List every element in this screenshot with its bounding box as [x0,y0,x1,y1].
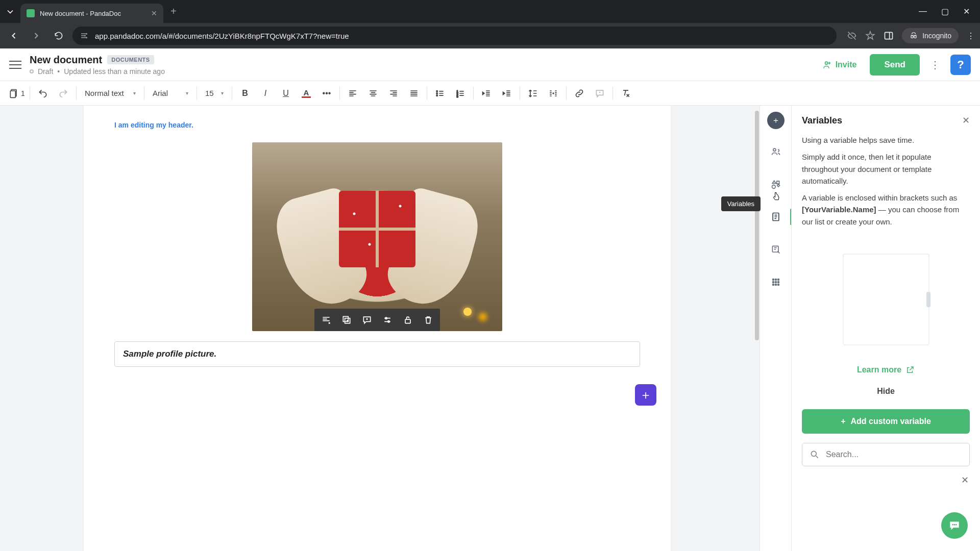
numbered-list-button[interactable]: 123 [451,84,470,103]
image-delete-button[interactable] [419,311,438,329]
image-comment-button[interactable] [357,311,377,329]
reload-button[interactable] [50,27,67,44]
image-align-button[interactable] [316,311,336,329]
document-header-text[interactable]: I am editing my header. [114,121,640,129]
close-tab-icon[interactable]: ✕ [151,9,157,17]
rail-recipients-button[interactable] [766,141,786,162]
chat-icon [948,519,961,532]
svg-point-26 [777,282,779,283]
rail-content-button[interactable] [766,174,786,194]
dismiss-tip-icon[interactable]: ✕ [961,474,969,486]
pandadoc-favicon-icon [27,9,35,17]
line-spacing-button[interactable] [523,84,543,103]
incognito-badge[interactable]: Incognito [902,28,959,43]
variables-search-input[interactable] [826,450,962,459]
underline-button[interactable]: U [276,84,296,103]
font-family-select[interactable]: Arial [148,84,193,103]
maximize-window-icon[interactable]: ▢ [941,7,949,16]
page-count: 1 [21,89,25,97]
clear-formatting-button[interactable] [616,84,635,103]
align-justify-button[interactable] [404,84,424,103]
svg-point-16 [388,321,389,322]
add-block-fab[interactable]: ＋ [635,384,656,406]
align-right-button[interactable] [384,84,403,103]
browser-tab[interactable]: New document - PandaDoc ✕ [20,4,163,23]
canvas-scrollbar[interactable] [754,106,760,551]
svg-point-25 [775,282,776,283]
menu-button[interactable] [9,61,21,69]
align-justify-icon [409,88,419,98]
more-menu-button[interactable]: ⋮ [925,55,945,75]
bold-button[interactable]: B [235,84,255,103]
send-button[interactable]: Send [870,54,920,76]
redo-button[interactable] [54,84,73,103]
rail-design-button[interactable] [766,239,786,260]
reload-icon [54,31,64,41]
hide-panel-link[interactable]: Hide [877,387,895,395]
svg-point-27 [772,284,774,286]
svg-rect-6 [10,91,15,97]
align-right-icon [388,88,399,98]
scrollbar-thumb[interactable] [755,111,759,340]
add-custom-variable-button[interactable]: + Add custom variable [802,409,970,434]
address-bar[interactable]: app.pandadoc.com/a/#/documents/2UzYiBKr8… [72,27,837,45]
close-window-icon[interactable]: ✕ [963,7,970,16]
link-icon [574,88,584,98]
image-settings-button[interactable] [378,311,397,329]
page-icon [9,88,19,98]
pages-button[interactable]: 1 [7,84,27,103]
bookmark-icon[interactable] [865,31,875,41]
align-center-button[interactable] [363,84,383,103]
people-icon [771,146,781,157]
text-style-select[interactable]: Normal text [80,84,141,103]
invite-button[interactable]: Invite [813,55,865,75]
image-lock-button[interactable] [398,311,418,329]
caption-field[interactable]: Sample profile picture. [114,341,640,367]
undo-button[interactable] [33,84,53,103]
align-left-icon [348,88,358,98]
svg-point-32 [954,524,955,525]
italic-button[interactable]: I [256,84,275,103]
hide-preview-icon[interactable] [847,31,857,41]
new-tab-button[interactable]: + [163,6,184,17]
variables-search[interactable] [802,443,970,466]
document-canvas[interactable]: I am editing my header. Sample pro [0,106,754,551]
document-title[interactable]: New document [30,54,102,66]
image-duplicate-button[interactable] [337,311,356,329]
svg-point-9 [436,94,438,96]
chat-fab[interactable] [941,512,968,539]
sliders-icon [382,315,393,325]
rail-add-button[interactable]: ＋ [767,112,785,129]
variables-panel: Variables ✕ Using a variable helps save … [791,106,980,551]
add-comment-icon [362,315,372,325]
status-separator: • [57,67,60,76]
column-spacing-button[interactable] [544,84,563,103]
close-panel-button[interactable]: ✕ [962,115,970,126]
more-formatting-button[interactable]: ••• [317,84,336,103]
comment-button[interactable] [590,84,609,103]
rail-apps-button[interactable] [766,272,786,292]
help-button[interactable]: ? [950,55,971,75]
document-image-block[interactable] [252,142,502,331]
outdent-button[interactable] [477,84,496,103]
browser-menu-icon[interactable]: ⋮ [967,31,975,41]
tab-search-dropdown[interactable] [0,0,20,23]
align-left-button[interactable] [343,84,362,103]
minimize-window-icon[interactable]: — [919,7,927,16]
svg-point-33 [955,524,957,525]
svg-point-22 [775,279,776,281]
font-color-icon: A [304,89,309,96]
link-button[interactable] [570,84,589,103]
side-panel-icon[interactable] [884,31,894,41]
rail-variables-button[interactable] [766,207,786,227]
back-button[interactable] [5,27,22,44]
bullet-list-button[interactable] [430,84,450,103]
indent-button[interactable] [497,84,517,103]
svg-text:3: 3 [457,94,458,97]
font-size-select[interactable]: 15 [200,84,229,103]
learn-more-link[interactable]: Learn more [857,365,915,374]
align-icon [321,315,331,325]
font-color-button[interactable]: A [297,84,316,103]
site-settings-icon[interactable] [80,31,89,40]
status-label: Draft [38,67,53,76]
